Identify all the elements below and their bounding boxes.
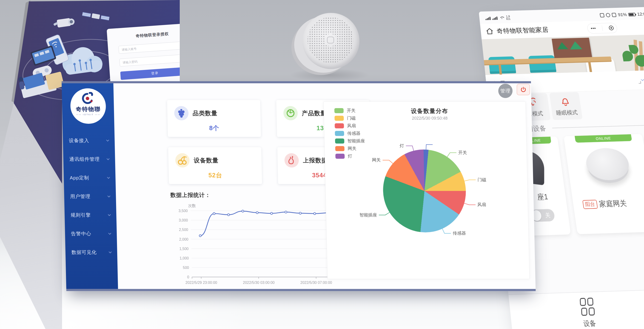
shield-icon — [606, 13, 610, 17]
sidebar-item-alert-center[interactable]: 告警中心 — [65, 224, 117, 243]
cherry-icon — [175, 153, 190, 167]
smart-gateway-device-photo — [292, 13, 363, 80]
login-button[interactable]: 登录 — [120, 67, 190, 80]
sidebar-item-device-access[interactable]: 设备接入 — [63, 131, 115, 150]
vibrate-icon — [612, 13, 616, 17]
svg-text:1,000: 1,000 — [180, 256, 189, 260]
svg-text:3,000: 3,000 — [178, 218, 188, 222]
svg-text:3,500: 3,500 — [178, 209, 188, 213]
teal-chair — [488, 56, 516, 74]
sidebar-item-app-custom[interactable]: App定制 — [64, 168, 116, 187]
gateway-image — [584, 147, 632, 186]
online-badge: ONLINE — [574, 134, 632, 143]
svg-text:风扇: 风扇 — [477, 202, 486, 207]
window-top-edge — [62, 81, 531, 83]
sidebar-item-rule-engine[interactable]: 规则引擎 — [64, 206, 116, 224]
composite-scene: 奇特物联登录授权 登录 — [0, 0, 644, 329]
signal-bars-icon — [485, 17, 491, 20]
chevron-down-icon — [109, 250, 112, 253]
svg-text:0: 0 — [187, 275, 189, 279]
svg-text:网关: 网关 — [372, 158, 380, 162]
battery-icon — [628, 13, 636, 16]
chevron-right-icon: › — [641, 78, 644, 81]
bell-icon — [559, 96, 571, 107]
username-input[interactable] — [118, 41, 188, 54]
chevron-down-icon — [106, 139, 109, 142]
brand-logo: 奇特物聯 —— IOTKIT —— — [70, 88, 106, 124]
svg-text:2,000: 2,000 — [179, 237, 188, 241]
more-menu-button[interactable]: ••• — [590, 26, 596, 31]
device-name: 座1 — [537, 192, 548, 202]
network-speed: 1.9K/s — [506, 16, 510, 21]
chevron-down-icon — [108, 213, 111, 216]
dashboard-window: 奇特物聯 —— IOTKIT —— 设备接入 通讯组件管理 App定制 用户管理… — [62, 81, 536, 291]
window-bottom-edge — [66, 289, 536, 291]
miniprogram-pill: ••• — [586, 23, 618, 34]
svg-text:2,500: 2,500 — [179, 228, 188, 232]
stat-value: 52台 — [176, 171, 255, 179]
wifi-icon — [499, 16, 504, 20]
mode-label: 睡眠模式 — [552, 109, 582, 117]
lime-icon — [283, 106, 298, 120]
stat-card-categories: 品类数量 8个 — [167, 100, 261, 137]
svg-text:2022/5/30 03:00:00: 2022/5/30 03:00:00 — [243, 281, 275, 285]
satellite-icon — [82, 12, 110, 21]
security-camera-icon — [53, 18, 75, 28]
mode-tile-sleep[interactable]: 睡眠模式 — [549, 92, 583, 120]
toggle-off-label: 关 — [545, 211, 551, 219]
sidebar-item-data-visual[interactable]: 数据可见化 — [65, 243, 118, 262]
device-top — [302, 13, 360, 69]
pie-labels-overlay: 开关门磁风扇传感器智能插座网关灯 — [324, 102, 530, 279]
svg-text:灯: 灯 — [400, 143, 404, 148]
sidebar-item-comm-components[interactable]: 通讯组件管理 — [63, 150, 116, 168]
svg-text:传感器: 传感器 — [452, 231, 466, 236]
signal-bars-icon-2 — [492, 17, 498, 20]
teal-chair-2 — [528, 55, 556, 73]
sidebar-menu: 设备接入 通讯组件管理 App定制 用户管理 规则引擎 告警中心 数据可见化 — [63, 131, 118, 262]
chevron-down-icon — [107, 176, 110, 179]
login-title: 奇特物联登录授权 — [118, 30, 187, 40]
svg-text:2022/5/30 07:00:00: 2022/5/30 07:00:00 — [300, 281, 332, 285]
pie-chart-card: 设备数量分布 2022/5/30 09:50:48 开关 门磁 风扇 传感器 智… — [324, 102, 530, 279]
power-button[interactable] — [517, 84, 530, 95]
app-title: 奇特物联智能家居 — [496, 26, 549, 36]
nfc-icon — [600, 13, 605, 17]
dashboard-main: 品类数量 8个 产品数量 13个 设备数量 — [113, 83, 536, 289]
home-icon[interactable] — [486, 28, 494, 35]
tab-devices[interactable]: 设备 — [570, 297, 606, 329]
password-input[interactable] — [119, 54, 189, 67]
sidebar: 奇特物聯 —— IOTKIT —— 设备接入 通讯组件管理 App定制 用户管理… — [62, 83, 118, 289]
stat-value: 8个 — [174, 124, 254, 132]
sidebar-item-user-mgmt[interactable]: 用户管理 — [64, 187, 116, 206]
laptop-desk-illustration — [18, 70, 65, 99]
chevron-down-icon — [107, 157, 110, 160]
svg-text:门磁: 门磁 — [478, 177, 486, 182]
svg-text:500: 500 — [183, 266, 189, 270]
brand-name: 奇特物聯 — [70, 105, 106, 113]
logo-mark-icon — [80, 92, 96, 105]
grape-icon — [174, 106, 188, 120]
svg-text:1,500: 1,500 — [179, 247, 189, 251]
plant — [618, 43, 644, 73]
stat-label: 产品数量 — [302, 109, 327, 117]
home-banner-photo — [482, 34, 644, 75]
stat-card-devices: 设备数量 52台 — [168, 147, 262, 184]
chevron-down-icon — [108, 232, 111, 235]
stat-label: 设备数量 — [194, 156, 218, 165]
phone-tab-bar: 设备 我 — [508, 288, 644, 329]
svg-text:次数: 次数 — [188, 204, 196, 208]
svg-text:2022/5/29 23:00:00: 2022/5/29 23:00:00 — [186, 281, 217, 285]
devices-grid-icon — [580, 298, 595, 316]
svg-text:开关: 开关 — [458, 150, 467, 155]
clock-time: 12:08 — [637, 12, 644, 17]
room-tag: 阳台 — [582, 200, 598, 209]
brand-subtitle: —— IOTKIT —— — [70, 113, 106, 116]
pear-icon — [284, 153, 299, 167]
device-name: 家庭网关 — [598, 199, 627, 208]
manage-button[interactable]: 管理 — [498, 84, 512, 98]
device-card-gateway[interactable]: ONLINE 阳台家庭网关 — [564, 134, 644, 234]
close-minimize-button[interactable] — [608, 26, 614, 30]
monitor-icon — [30, 45, 56, 66]
power-icon — [520, 87, 526, 93]
report-chart-title: 数据上报统计： — [170, 191, 211, 199]
